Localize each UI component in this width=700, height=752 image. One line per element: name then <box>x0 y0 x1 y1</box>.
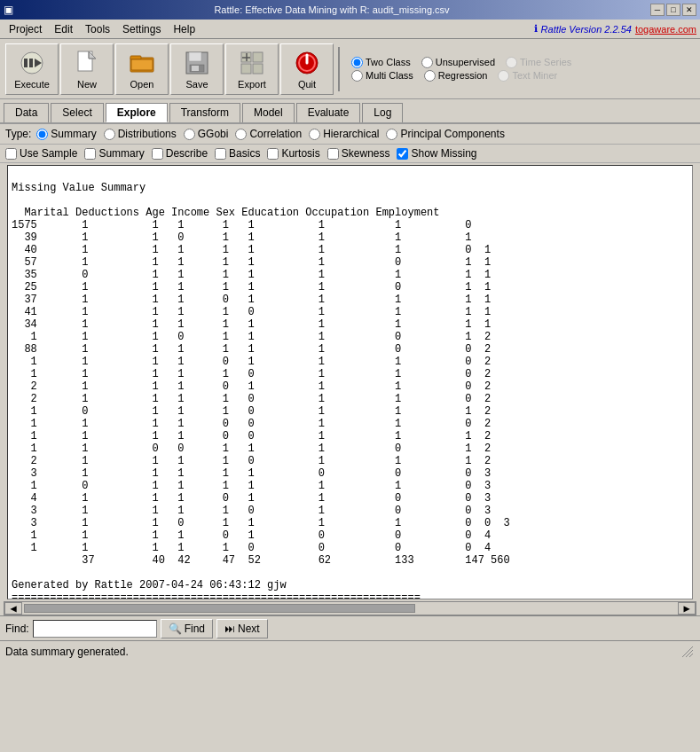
type-label: Type: <box>5 128 31 140</box>
svg-rect-1 <box>24 59 28 67</box>
rattle-version: ℹ Rattle Version 2.2.54 togaware.com <box>534 23 696 35</box>
find-button[interactable]: 🔍 Find <box>161 619 213 638</box>
checkboxes-row: Use Sample Summary Describe Basics Kurto… <box>0 145 700 163</box>
menubar: Project Edit Tools Settings Help ℹ Rattl… <box>0 20 700 39</box>
new-label: New <box>77 79 97 90</box>
minimize-button[interactable]: ─ <box>650 4 665 16</box>
titlebar-left: ▣ <box>4 4 13 16</box>
svg-rect-18 <box>253 64 263 74</box>
open-button[interactable]: Open <box>115 43 169 95</box>
option-distributions[interactable]: Distributions <box>104 128 177 140</box>
svg-rect-12 <box>189 52 201 61</box>
close-button[interactable]: ✕ <box>682 4 696 16</box>
quit-label: Quit <box>298 79 316 90</box>
svg-line-24 <box>686 650 693 657</box>
save-button[interactable]: Save <box>170 43 224 95</box>
info-icon: ℹ <box>534 23 538 35</box>
titlebar: ▣ Rattle: Effective Data Mining with R: … <box>0 0 700 20</box>
quit-icon <box>293 49 321 77</box>
tab-explore[interactable]: Explore <box>106 103 168 122</box>
check-use-sample[interactable]: Use Sample <box>5 147 77 160</box>
option-principal-components[interactable]: Principal Components <box>386 128 504 140</box>
radio-time-series: Time Series <box>506 57 571 68</box>
resize-handle[interactable] <box>680 645 695 659</box>
export-icon <box>238 49 266 77</box>
open-label: Open <box>130 79 154 90</box>
horizontal-scrollbar[interactable]: ◀ ▶ <box>4 601 696 615</box>
hscroll-right[interactable]: ▶ <box>678 602 696 615</box>
option-hierarchical[interactable]: Hierarchical <box>309 128 379 140</box>
tabs-container: Data Select Explore Transform Model Eval… <box>0 99 700 124</box>
new-icon <box>73 49 101 77</box>
tab-data[interactable]: Data <box>4 103 49 122</box>
radio-regression[interactable]: Regression <box>424 70 488 82</box>
tab-model[interactable]: Model <box>242 103 295 122</box>
save-label: Save <box>185 79 208 90</box>
next-icon: ⏭ <box>224 623 235 635</box>
option-correlation[interactable]: Correlation <box>235 128 302 140</box>
content-wrapper: Missing Value Summary Marital Deductions… <box>4 165 696 599</box>
save-icon <box>183 49 211 77</box>
options-row: Type: Summary Distributions GGobi Correl… <box>0 124 700 145</box>
check-basics[interactable]: Basics <box>215 147 260 160</box>
check-show-missing[interactable]: Show Missing <box>397 147 476 160</box>
tab-select[interactable]: Select <box>51 103 103 122</box>
find-bar: Find: 🔍 Find ⏭ Next <box>0 615 700 640</box>
menubar-left: Project Edit Tools Settings Help <box>4 21 201 37</box>
quit-button[interactable]: Quit <box>280 43 334 95</box>
export-button[interactable]: Export <box>225 43 279 95</box>
menu-tools[interactable]: Tools <box>80 21 115 37</box>
svg-rect-14 <box>192 66 199 71</box>
execute-icon <box>18 49 46 77</box>
titlebar-title: Rattle: Effective Data Mining with R: au… <box>13 4 650 15</box>
titlebar-controls: ─ □ ✕ <box>650 4 696 16</box>
menu-settings[interactable]: Settings <box>117 21 166 37</box>
svg-rect-17 <box>241 64 251 74</box>
check-describe[interactable]: Describe <box>152 147 208 160</box>
next-button[interactable]: ⏭ Next <box>216 619 268 638</box>
find-input[interactable] <box>33 620 157 638</box>
radio-text-miner: Text Miner <box>498 70 557 82</box>
status-bar: Data summary generated. <box>0 640 700 662</box>
check-summary[interactable]: Summary <box>84 147 144 160</box>
tab-log[interactable]: Log <box>362 103 403 122</box>
tab-transform[interactable]: Transform <box>169 103 240 122</box>
check-kurtosis[interactable]: Kurtosis <box>267 147 319 160</box>
menu-project[interactable]: Project <box>4 21 47 37</box>
execute-label: Execute <box>14 79 50 90</box>
export-label: Export <box>238 79 266 90</box>
option-summary[interactable]: Summary <box>36 128 96 140</box>
content-text: Missing Value Summary Marital Deductions… <box>12 182 510 599</box>
toolbar-separator <box>338 47 340 91</box>
option-ggobi[interactable]: GGobi <box>184 128 229 140</box>
hscroll-thumb[interactable] <box>24 604 415 613</box>
new-button[interactable]: New <box>60 43 114 95</box>
menu-edit[interactable]: Edit <box>49 21 78 37</box>
toolbar-radios: Two Class Unsupervised Time Series Multi… <box>351 56 571 82</box>
version-text: Rattle Version 2.2.54 <box>541 24 632 35</box>
version-link[interactable]: togaware.com <box>635 24 696 35</box>
svg-rect-9 <box>130 56 141 59</box>
radio-unsupervised[interactable]: Unsupervised <box>421 57 495 68</box>
radio-multi-class[interactable]: Multi Class <box>351 70 413 82</box>
find-icon: 🔍 <box>169 623 182 635</box>
hscroll-left[interactable]: ◀ <box>4 602 22 615</box>
maximize-button[interactable]: □ <box>666 4 680 16</box>
check-skewness[interactable]: Skewness <box>327 147 390 160</box>
tab-evaluate[interactable]: Evaluate <box>296 103 361 122</box>
content-area[interactable]: Missing Value Summary Marital Deductions… <box>7 165 693 599</box>
app-icon: ▣ <box>4 4 13 16</box>
radio-row-1: Two Class Unsupervised Time Series <box>351 57 571 68</box>
toolbar: Execute New Open <box>0 39 700 99</box>
menu-help[interactable]: Help <box>168 21 201 37</box>
execute-button[interactable]: Execute <box>5 43 59 95</box>
svg-rect-2 <box>29 59 33 67</box>
hscroll-track <box>24 604 676 613</box>
svg-rect-16 <box>253 52 263 62</box>
radio-row-2: Multi Class Regression Text Miner <box>351 70 571 82</box>
svg-line-25 <box>689 654 693 657</box>
status-text: Data summary generated. <box>5 646 129 658</box>
open-icon <box>128 49 156 77</box>
radio-two-class[interactable]: Two Class <box>351 57 411 68</box>
svg-rect-10 <box>131 59 153 70</box>
